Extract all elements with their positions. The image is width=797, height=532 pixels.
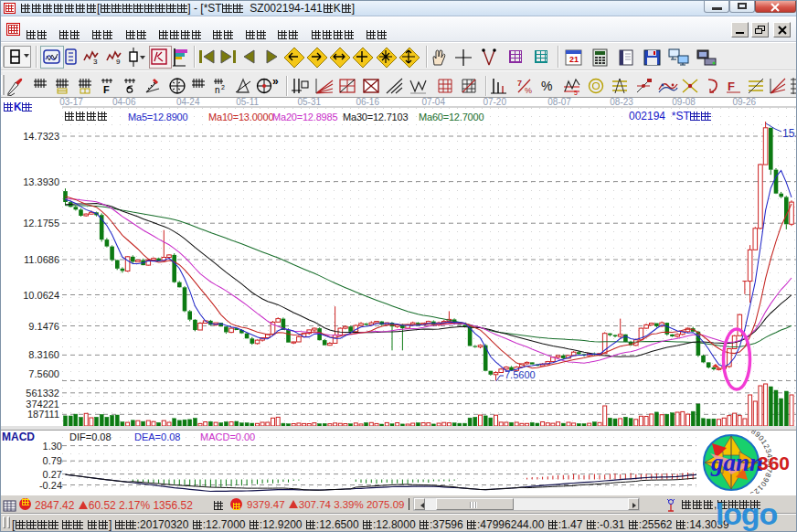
svg-text:06-16: 06-16 (356, 97, 379, 107)
svg-text:F: F (728, 80, 735, 93)
svg-text:8.3160: 8.3160 (28, 349, 59, 360)
svg-text:%: % (525, 86, 532, 95)
svg-text:08-23: 08-23 (610, 97, 633, 107)
svg-text:3: 3 (93, 58, 98, 66)
svg-text:14.7323: 14.7323 (23, 131, 59, 142)
svg-text:-0.24: -0.24 (39, 480, 62, 491)
svg-text:561332: 561332 (26, 388, 59, 399)
svg-text:0.79: 0.79 (43, 455, 62, 466)
svg-text:05-31: 05-31 (298, 97, 322, 107)
svg-text:0.27: 0.27 (43, 469, 62, 480)
svg-text:1.30: 1.30 (43, 441, 62, 452)
svg-text:03-17: 03-17 (59, 97, 83, 107)
svg-text:187111: 187111 (27, 409, 59, 420)
svg-text:7: 7 (517, 79, 522, 88)
svg-text:07-04: 07-04 (421, 97, 445, 107)
svg-text:10.0624: 10.0624 (23, 290, 59, 301)
svg-text:21: 21 (569, 55, 579, 64)
svg-text:05-11: 05-11 (236, 97, 259, 107)
svg-text:9.1476: 9.1476 (28, 321, 59, 332)
svg-text:»: » (272, 75, 279, 88)
svg-text:374221: 374221 (26, 399, 59, 410)
svg-text:07-20: 07-20 (483, 97, 506, 107)
svg-text:15.: 15. (782, 127, 797, 140)
svg-text:11.0686: 11.0686 (24, 254, 59, 265)
svg-text:2: 2 (221, 84, 225, 90)
svg-text:7.5600: 7.5600 (505, 369, 536, 380)
svg-text:7.5600: 7.5600 (28, 368, 59, 379)
svg-text:13.3930: 13.3930 (23, 176, 59, 187)
svg-text:%: % (541, 79, 552, 93)
svg-text:04-06: 04-06 (112, 97, 136, 107)
svg-text:09-08: 09-08 (672, 97, 696, 107)
svg-text:360: 360 (758, 452, 790, 473)
svg-text:F: F (103, 84, 110, 94)
svg-text:09-26: 09-26 (733, 97, 757, 107)
svg-text:n: n (215, 85, 220, 94)
svg-text:08-07: 08-07 (547, 97, 571, 107)
svg-text:12.1755: 12.1755 (23, 218, 59, 229)
svg-text:9: 9 (116, 58, 121, 66)
svg-text:gann: gann (710, 449, 763, 476)
svg-text:04-24: 04-24 (176, 97, 200, 107)
